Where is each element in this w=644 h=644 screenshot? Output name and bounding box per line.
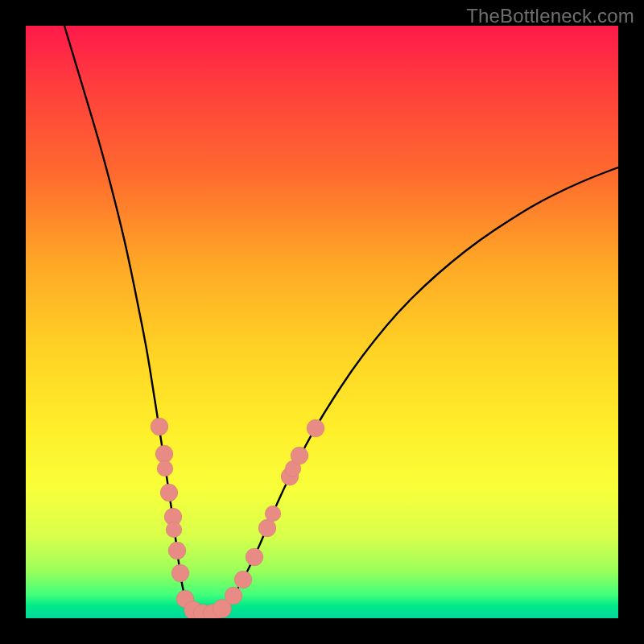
data-marker [164,508,182,526]
data-marker [157,460,173,477]
curve-svg [26,26,618,618]
data-marker [194,605,213,619]
data-marker [176,590,194,608]
data-marker [291,447,308,464]
data-marker [246,548,263,566]
data-marker [184,601,203,619]
watermark-text: TheBottleneck.com [466,5,634,27]
data-marker [307,419,324,437]
marker-group [151,418,324,618]
data-marker [213,600,232,618]
data-marker [155,445,173,463]
data-marker [171,564,189,582]
data-marker [258,519,276,537]
chart-frame: TheBottleneck.com [0,0,644,644]
data-marker [166,522,182,538]
data-marker [225,587,242,605]
data-marker [285,460,301,477]
data-marker [151,418,168,436]
data-marker [160,484,178,502]
data-marker [168,542,186,559]
data-marker [204,605,222,619]
data-marker [281,468,299,485]
plot-area [26,26,618,618]
data-marker [265,506,281,522]
bottleneck-curve [64,26,618,614]
data-marker [234,571,252,588]
